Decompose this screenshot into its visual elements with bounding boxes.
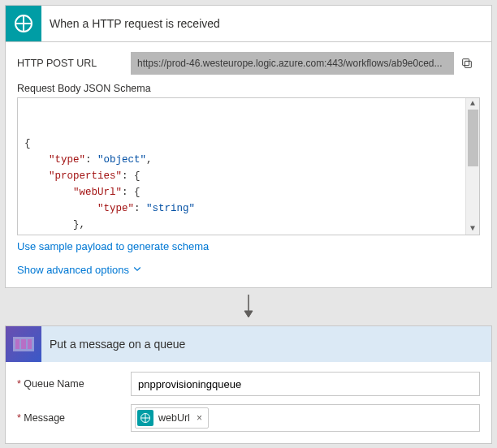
http-trigger-header[interactable]: When a HTTP request is received [6,6,491,42]
globe-icon [137,410,153,426]
json-schema-editor[interactable]: { "type": "object", "properties": { "web… [17,97,480,235]
schema-label: Request Body JSON Schema [17,83,480,94]
svg-rect-0 [465,61,471,67]
queue-action-header[interactable]: Put a message on a queue [6,326,491,362]
flow-arrow-connector [0,293,497,321]
queue-action-card: Put a message on a queue Queue Name Mess… [5,325,492,444]
remove-token-button[interactable]: × [195,412,204,424]
scroll-up-arrow[interactable]: ▲ [470,100,475,108]
http-post-url-input[interactable] [131,52,454,75]
use-sample-payload-label: Use sample payload to generate schema [17,240,209,252]
svg-marker-3 [244,311,253,317]
weburl-token[interactable]: webUrl × [135,407,209,429]
show-advanced-options-link[interactable]: Show advanced options [17,264,142,276]
queue-name-label: Queue Name [17,378,131,390]
http-trigger-body: HTTP POST URL Request Body JSON Schema {… [6,42,491,287]
queue-name-input[interactable] [131,372,480,396]
scroll-down-arrow[interactable]: ▼ [470,225,475,233]
http-trigger-card: When a HTTP request is received HTTP POS… [5,5,492,288]
weburl-token-label: webUrl [158,412,190,424]
chevron-down-icon [132,264,142,276]
http-trigger-title: When a HTTP request is received [41,17,220,30]
message-input[interactable]: webUrl × [131,404,480,432]
scroll-thumb[interactable] [468,110,478,166]
svg-rect-1 [463,59,469,66]
queue-action-body: Queue Name Message webUrl × [6,362,491,443]
globe-icon [6,6,41,41]
queue-icon [6,326,41,362]
queue-action-title: Put a message on a queue [41,338,185,351]
schema-scrollbar[interactable]: ▲ ▼ [465,98,479,235]
use-sample-payload-link[interactable]: Use sample payload to generate schema [17,240,209,252]
show-advanced-options-label: Show advanced options [17,264,129,276]
http-post-url-label: HTTP POST URL [17,58,131,69]
copy-url-button[interactable] [454,52,480,75]
message-label: Message [17,412,131,424]
